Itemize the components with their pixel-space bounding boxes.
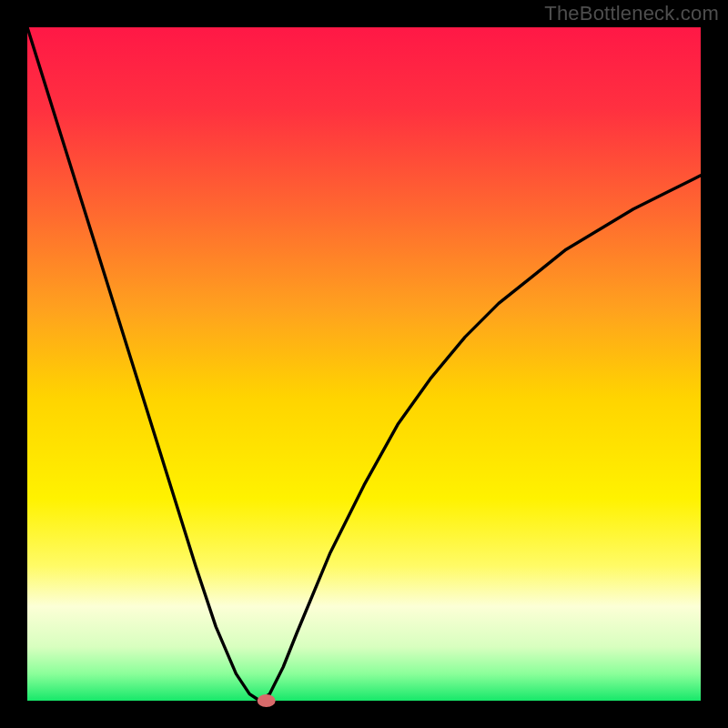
optimal-point-marker xyxy=(258,694,276,707)
watermark-text: TheBottleneck.com xyxy=(544,2,719,25)
chart-frame: TheBottleneck.com xyxy=(0,0,728,728)
plot-background xyxy=(27,27,701,701)
bottleneck-chart xyxy=(0,0,728,728)
